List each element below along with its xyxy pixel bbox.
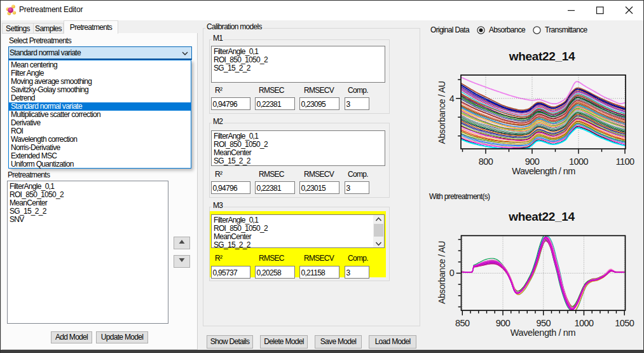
svg-text:wheat22_14: wheat22_14	[508, 210, 575, 223]
svg-text:800: 800	[479, 156, 493, 167]
svg-text:1000: 1000	[575, 318, 594, 328]
svg-text:Absorbance / AU: Absorbance / AU	[437, 241, 447, 304]
svg-text:1100: 1100	[616, 156, 634, 167]
svg-text:wheat22_14: wheat22_14	[509, 50, 575, 63]
svg-text:850: 850	[455, 318, 470, 328]
svg-text:Absorbance / AU: Absorbance / AU	[437, 81, 447, 144]
svg-text:900: 900	[496, 318, 510, 328]
svg-text:4: 4	[449, 93, 455, 104]
svg-text:Wavelength / nm: Wavelength / nm	[512, 166, 575, 176]
svg-text:Wavelength / nm: Wavelength / nm	[510, 328, 576, 338]
svg-text:950: 950	[537, 318, 551, 328]
svg-text:1050: 1050	[615, 318, 634, 328]
svg-text:0: 0	[449, 268, 455, 278]
